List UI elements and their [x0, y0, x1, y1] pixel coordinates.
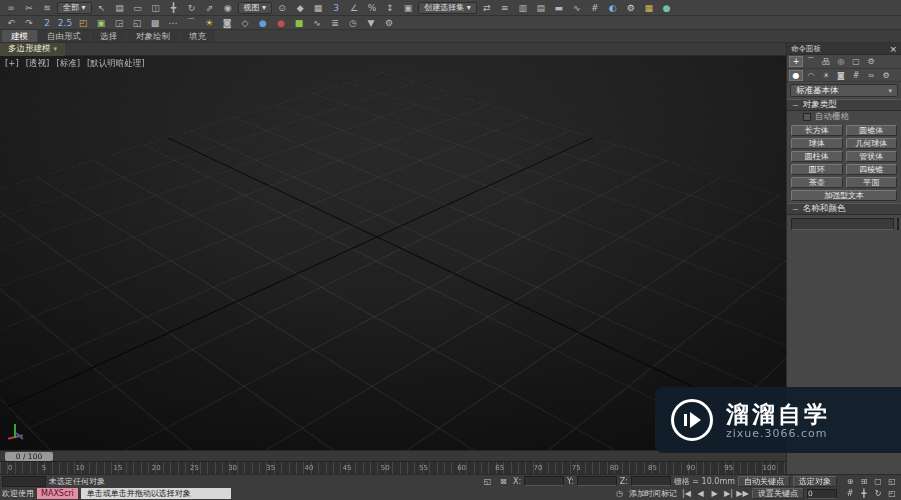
material-editor-icon[interactable]: ◐ — [605, 2, 621, 14]
open-folder-icon[interactable]: ◰ — [75, 17, 91, 29]
measure-icon[interactable]: ⌒ — [183, 17, 199, 29]
toggle-scene-explorer-icon[interactable]: ▥ — [515, 2, 531, 14]
schematic-view-icon[interactable]: # — [587, 2, 603, 14]
motion-tab[interactable]: ◎ — [834, 56, 848, 67]
select-by-name-icon[interactable]: ▤ — [112, 2, 128, 14]
lights-category-icon[interactable]: ☀ — [819, 70, 833, 81]
ribbon-tab-freeform[interactable]: 自由形式 — [38, 30, 90, 42]
time-slider-thumb[interactable]: 0 / 100 — [5, 452, 53, 461]
snap-2d-icon[interactable]: 2 — [39, 17, 55, 29]
viewport-label[interactable]: [默认明暗处理] — [87, 58, 145, 70]
current-frame-field[interactable] — [807, 489, 837, 499]
object-name-field[interactable] — [791, 218, 894, 230]
ribbon-tab-modeling[interactable]: 建模 — [2, 30, 37, 42]
spacewarps-category-icon[interactable]: ≈ — [864, 70, 878, 81]
angle-snap-icon[interactable]: ∠ — [346, 2, 362, 14]
bind-to-spacewarp-icon[interactable]: ≋ — [39, 2, 55, 14]
settings-icon[interactable]: ⚙ — [381, 17, 397, 29]
plane-button[interactable]: 平面 — [846, 177, 898, 188]
go-to-end-button[interactable]: ▶▶ — [736, 488, 749, 499]
rectangular-selection-region-icon[interactable]: ▭ — [130, 2, 146, 14]
time-config-icon[interactable]: ◷ — [345, 17, 361, 29]
named-selection-set-dropdown[interactable]: 创建选择集 ▾ — [418, 2, 477, 14]
filter-icon[interactable]: ▼ — [363, 17, 379, 29]
zoom-extents-all-icon[interactable]: ◱ — [885, 475, 899, 487]
reference-coordinate-dropdown[interactable]: 视图 ▾ — [238, 2, 273, 14]
array-tool-icon[interactable]: ▩ — [147, 17, 163, 29]
curve-editor-icon[interactable]: ∿ — [569, 2, 585, 14]
set-key-button[interactable]: 设置关键点 — [752, 488, 804, 499]
edit-named-selection-sets-icon[interactable]: ▣ — [400, 2, 416, 14]
unlink-icon[interactable]: ✂ — [21, 2, 37, 14]
maxscript-listener-line[interactable]: MAXScri — [37, 488, 78, 499]
align-icon[interactable]: ≡ — [497, 2, 513, 14]
keyboard-override-icon[interactable]: ▦ — [310, 2, 326, 14]
redo-icon[interactable]: ↷ — [21, 17, 37, 29]
helpers-category-icon[interactable]: # — [849, 70, 863, 81]
zoom-icon[interactable]: ⊕ — [843, 475, 857, 487]
maxscript-mini-listener[interactable] — [2, 476, 46, 487]
window-crossing-icon[interactable]: ◫ — [148, 2, 164, 14]
render-production-icon[interactable]: ● — [659, 2, 675, 14]
percent-snap-icon[interactable]: % — [364, 2, 380, 14]
key-selection-dropdown[interactable]: 选定对象 — [793, 476, 837, 487]
auto-key-button[interactable]: 自动关键点 — [738, 476, 790, 487]
select-object-icon[interactable]: ↖ — [94, 2, 110, 14]
snap-toggle-3d-icon[interactable]: 3 — [328, 2, 344, 14]
fetch-icon[interactable]: ◲ — [111, 17, 127, 29]
orbit-icon[interactable]: ↻ — [871, 487, 885, 499]
cube-green-icon[interactable]: ■ — [291, 17, 307, 29]
toggle-ribbon-icon[interactable]: ▬ — [551, 2, 567, 14]
undo-icon[interactable]: ↶ — [3, 17, 19, 29]
cylinder-button[interactable]: 圆柱体 — [791, 151, 843, 162]
name-color-rollout[interactable]: − 名称和颜色 — [787, 203, 901, 215]
sphere-button[interactable]: 球体 — [791, 138, 843, 149]
object-type-rollout[interactable]: − 对象类型 — [787, 99, 901, 111]
ribbon-tab-populate[interactable]: 填充 — [180, 30, 215, 42]
create-tab[interactable]: + — [789, 56, 803, 67]
maximize-viewport-icon[interactable]: ◰ — [885, 487, 899, 499]
systems-category-icon[interactable]: ⚙ — [879, 70, 893, 81]
viewport-label[interactable]: [+] — [5, 58, 19, 70]
pan-icon[interactable]: ╋ — [857, 487, 871, 499]
select-link-icon[interactable]: ∞ — [3, 2, 19, 14]
mirror-icon[interactable]: ⇄ — [479, 2, 495, 14]
autogrid-checkbox[interactable] — [803, 113, 811, 121]
display-tab[interactable]: ▢ — [849, 56, 863, 67]
ribbon-tab-selection[interactable]: 选择 — [91, 30, 126, 42]
z-coordinate-field[interactable] — [631, 476, 671, 486]
spinner-snap-icon[interactable]: ↕ — [382, 2, 398, 14]
rendered-frame-window-icon[interactable]: ▦ — [641, 2, 657, 14]
play-button[interactable]: ▶ — [708, 488, 721, 499]
helper-icon[interactable]: ◇ — [237, 17, 253, 29]
select-and-move-icon[interactable]: ╋ — [166, 2, 182, 14]
spacing-tool-icon[interactable]: ⋯ — [165, 17, 181, 29]
zoom-region-icon[interactable]: # — [843, 487, 857, 499]
select-and-scale-icon[interactable]: ⇗ — [202, 2, 218, 14]
use-pivot-center-icon[interactable]: ⊙ — [274, 2, 290, 14]
teapot-button[interactable]: 茶壶 — [791, 177, 843, 188]
viewport-label[interactable]: [透视] — [26, 58, 50, 70]
shapes-category-icon[interactable]: ◠ — [804, 70, 818, 81]
box-button[interactable]: 长方体 — [791, 125, 843, 136]
utilities-tab[interactable]: ⚙ — [864, 56, 878, 67]
render-setup-icon[interactable]: ⚙ — [623, 2, 639, 14]
textplus-button[interactable]: 加强型文本 — [791, 190, 897, 201]
tube-button[interactable]: 管状体 — [846, 151, 898, 162]
material-sphere-blue-icon[interactable]: ● — [255, 17, 271, 29]
hold-icon[interactable]: ◱ — [129, 17, 145, 29]
graph-tool-icon[interactable]: ≣ — [327, 17, 343, 29]
primitive-category-dropdown[interactable]: 标准基本体 ▾ — [790, 84, 898, 97]
go-to-start-button[interactable]: |◀ — [680, 488, 693, 499]
y-coordinate-field[interactable] — [577, 476, 617, 486]
cameras-category-icon[interactable]: ◙ — [834, 70, 848, 81]
isolate-selection-icon[interactable]: ◱ — [481, 476, 494, 487]
hierarchy-tab[interactable]: 品 — [819, 56, 833, 67]
x-coordinate-field[interactable] — [524, 476, 564, 486]
geosphere-button[interactable]: 几何球体 — [846, 138, 898, 149]
zoom-all-icon[interactable]: ⊞ — [857, 475, 871, 487]
next-frame-button[interactable]: ▶| — [722, 488, 735, 499]
viewport-label[interactable]: [标准] — [56, 58, 80, 70]
toggle-layer-explorer-icon[interactable]: ▤ — [533, 2, 549, 14]
cone-button[interactable]: 圆锥体 — [846, 125, 898, 136]
